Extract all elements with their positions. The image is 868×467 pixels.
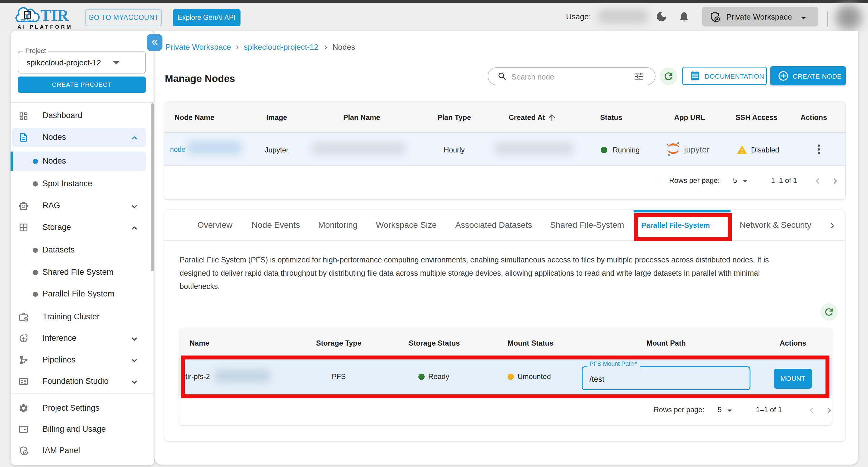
svg-text:TIR: TIR bbox=[40, 7, 69, 24]
svg-text:E2E Cloud: E2E Cloud bbox=[21, 19, 34, 22]
